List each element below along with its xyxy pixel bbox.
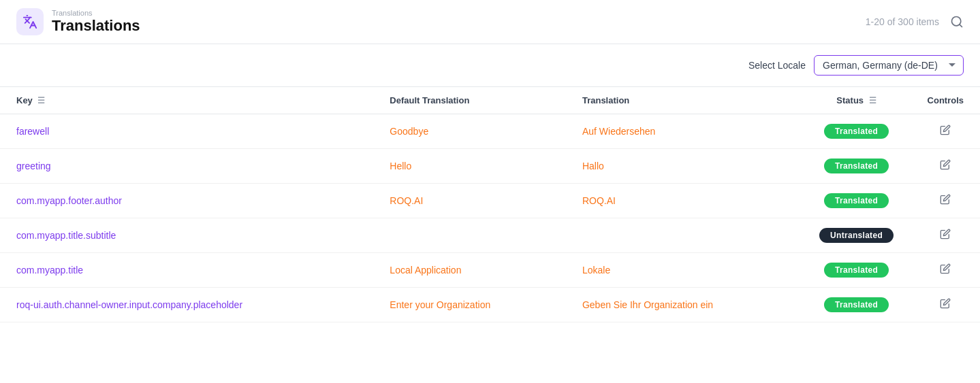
- controls-cell: [911, 184, 980, 218]
- controls-cell: [911, 253, 980, 288]
- title-group: Translations Translations: [52, 9, 140, 35]
- status-badge: Translated: [824, 159, 889, 173]
- table-row: roq-ui.auth.channel-owner.input.company.…: [0, 288, 980, 322]
- table-row: com.myapp.title.subtitle Untranslated: [0, 218, 980, 253]
- edit-button[interactable]: [940, 159, 951, 173]
- key-filter-icon[interactable]: ☰: [37, 96, 45, 105]
- svg-line-1: [960, 24, 962, 27]
- header-left: Translations Translations: [16, 8, 140, 35]
- status-badge: Translated: [824, 124, 889, 139]
- locale-select[interactable]: German, Germany (de-DE) English, US (en-…: [814, 55, 964, 76]
- status-badge: Untranslated: [819, 228, 894, 243]
- col-controls: Controls: [911, 87, 980, 114]
- status-badge: Translated: [824, 193, 889, 208]
- col-translation: Translation: [566, 87, 802, 114]
- key-cell: com.myapp.title.subtitle: [0, 218, 373, 253]
- default-translation-cell: [373, 218, 566, 253]
- translation-cell: ROQ.AI: [566, 184, 802, 218]
- status-cell: Translated: [802, 114, 911, 149]
- search-button[interactable]: [950, 15, 964, 29]
- col-status: Status ☰: [802, 87, 911, 114]
- default-translation-cell: Hello: [373, 149, 566, 184]
- controls-cell: [911, 288, 980, 322]
- controls-cell: [911, 114, 980, 149]
- status-cell: Translated: [802, 288, 911, 322]
- default-translation-cell: Goodbye: [373, 114, 566, 149]
- breadcrumb: Translations: [52, 9, 140, 17]
- key-cell: com.myapp.footer.author: [0, 184, 373, 218]
- controls-cell: [911, 218, 980, 253]
- edit-button[interactable]: [940, 263, 951, 277]
- table-header-row: Key ☰ Default Translation Translation St…: [0, 87, 980, 114]
- edit-button[interactable]: [940, 229, 951, 242]
- table-row: com.myapp.title Local Application Lokale…: [0, 253, 980, 288]
- edit-button[interactable]: [940, 194, 951, 207]
- table-row: farewell Goodbye Auf Wiedersehen Transla…: [0, 114, 980, 149]
- app-header: Translations Translations 1-20 of 300 it…: [0, 0, 980, 44]
- status-cell: Translated: [802, 184, 911, 218]
- key-cell: roq-ui.auth.channel-owner.input.company.…: [0, 288, 373, 322]
- col-default-translation: Default Translation: [373, 87, 566, 114]
- translations-table: Key ☰ Default Translation Translation St…: [0, 86, 980, 322]
- col-key: Key ☰: [0, 87, 373, 114]
- default-translation-cell: Enter your Organization: [373, 288, 566, 322]
- key-cell: farewell: [0, 114, 373, 149]
- table-row: greeting Hello Hallo Translated: [0, 149, 980, 184]
- translation-cell: [566, 218, 802, 253]
- select-locale-label: Select Locale: [748, 60, 806, 71]
- default-translation-cell: Local Application: [373, 253, 566, 288]
- status-filter-icon[interactable]: ☰: [869, 96, 876, 105]
- translation-cell: Auf Wiedersehen: [566, 114, 802, 149]
- toolbar: Select Locale German, Germany (de-DE) En…: [0, 44, 980, 86]
- table-container: Key ☰ Default Translation Translation St…: [0, 86, 980, 322]
- header-right: 1-20 of 300 items: [866, 15, 964, 29]
- key-cell: com.myapp.title: [0, 253, 373, 288]
- items-count: 1-20 of 300 items: [866, 16, 939, 27]
- status-badge: Translated: [824, 263, 889, 278]
- status-badge: Translated: [824, 297, 889, 312]
- default-translation-cell: ROQ.AI: [373, 184, 566, 218]
- translation-cell: Geben Sie Ihr Organization ein: [566, 288, 802, 322]
- edit-button[interactable]: [940, 298, 951, 312]
- table-row: com.myapp.footer.author ROQ.AI ROQ.AI Tr…: [0, 184, 980, 218]
- translation-cell: Hallo: [566, 149, 802, 184]
- status-cell: Translated: [802, 149, 911, 184]
- edit-button[interactable]: [940, 124, 951, 138]
- controls-cell: [911, 149, 980, 184]
- key-cell: greeting: [0, 149, 373, 184]
- status-cell: Translated: [802, 253, 911, 288]
- page-title: Translations: [52, 17, 140, 35]
- status-cell: Untranslated: [802, 218, 911, 253]
- translation-cell: Lokale: [566, 253, 802, 288]
- translations-icon: [16, 8, 44, 35]
